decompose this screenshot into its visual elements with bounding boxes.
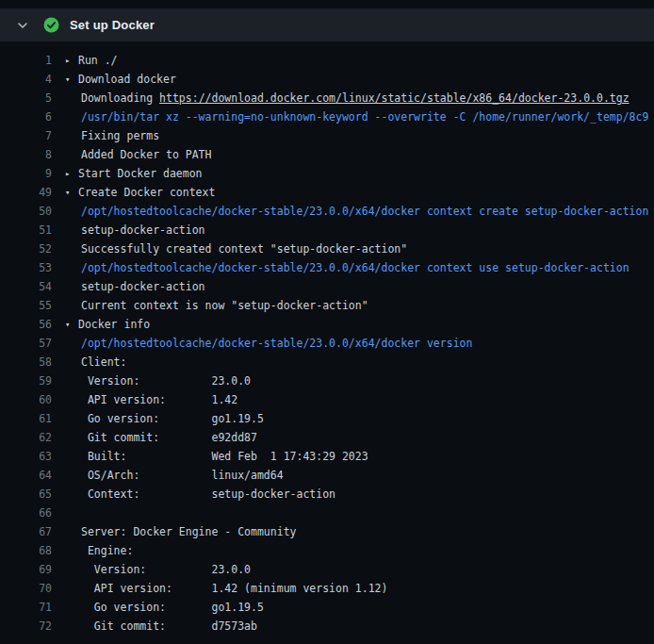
log-line[interactable]: 55Current context is now "setup-docker-a… (0, 296, 654, 315)
log-line[interactable]: 70 API version: 1.42 (minimum version 1.… (0, 579, 654, 598)
log-line[interactable]: 72 Git commit: d7573ab (0, 617, 654, 636)
log-line[interactable]: 68 Engine: (0, 541, 654, 560)
group-expanded-icon[interactable]: ▾ (65, 315, 78, 334)
log-line-number[interactable]: 65 (0, 485, 52, 504)
group-collapsed-icon[interactable]: ▸ (65, 164, 78, 183)
log-line[interactable]: 52Successfully created context "setup-do… (0, 239, 654, 258)
log-line[interactable]: 54setup-docker-action (0, 277, 654, 296)
step-header[interactable]: Set up Docker (0, 8, 654, 41)
group-title: Docker info (78, 318, 150, 331)
log-line-content: Successfully created context "setup-dock… (65, 239, 654, 258)
log-line-number[interactable]: 71 (0, 598, 52, 617)
log-line[interactable]: 69 Version: 23.0.0 (0, 560, 654, 579)
log-line[interactable]: 8Added Docker to PATH (0, 145, 654, 164)
log-line-content: Go version: go1.19.5 (65, 409, 654, 428)
log-line-content: Version: 23.0.0 (65, 372, 654, 390)
log-line-number[interactable]: 58 (0, 353, 52, 372)
log-line-content: OS/Arch: linux/amd64 (65, 466, 654, 485)
log-line-number[interactable]: 68 (0, 541, 52, 560)
log-line[interactable]: 63 Built: Wed Feb 1 17:43:29 2023 (0, 447, 654, 466)
log-line[interactable]: 6/usr/bin/tar xz --warning=no-unknown-ke… (0, 107, 654, 126)
log-line-number[interactable]: 55 (0, 296, 52, 315)
log-line-content[interactable]: ▾Create Docker context (65, 183, 654, 202)
log-line-number[interactable]: 63 (0, 447, 52, 466)
log-line-content[interactable]: ▸Start Docker daemon (65, 164, 654, 183)
log-line-content: setup-docker-action (65, 221, 654, 239)
log-line-number[interactable]: 69 (0, 560, 52, 579)
log-line-content: Built: Wed Feb 1 17:43:29 2023 (65, 447, 654, 466)
log-line-number[interactable]: 49 (0, 183, 52, 202)
log-line-number[interactable]: 64 (0, 466, 52, 485)
log-line-number[interactable]: 52 (0, 239, 52, 258)
log-line-number[interactable]: 54 (0, 277, 52, 296)
log-line-content: Client: (65, 353, 654, 372)
log-line[interactable]: 59 Version: 23.0.0 (0, 372, 654, 390)
log-line[interactable]: 71 Go version: go1.19.5 (0, 598, 654, 617)
log-line-number[interactable]: 60 (0, 390, 52, 409)
log-line-content: Context: setup-docker-action (65, 485, 654, 504)
log-line-number[interactable]: 8 (0, 145, 52, 164)
log-line[interactable]: 57/opt/hostedtoolcache/docker-stable/23.… (0, 334, 654, 353)
log-line[interactable]: 58Client: (0, 353, 654, 372)
log-line-number[interactable]: 1 (0, 51, 52, 70)
log-line-content: Git commit: e92dd87 (65, 428, 654, 447)
success-check-icon (43, 17, 59, 33)
log-line-content[interactable]: ▸Run ./ (65, 51, 654, 70)
log-line-number[interactable]: 5 (0, 89, 52, 107)
log-line-number[interactable]: 70 (0, 579, 52, 598)
log-line[interactable]: 1▸Run ./ (0, 51, 654, 70)
log-line[interactable]: 67Server: Docker Engine - Community (0, 522, 654, 541)
log-line[interactable]: 50/opt/hostedtoolcache/docker-stable/23.… (0, 202, 654, 221)
log-line-number[interactable]: 9 (0, 164, 52, 183)
log-line-content: /opt/hostedtoolcache/docker-stable/23.0.… (65, 202, 654, 221)
log-line[interactable]: 53/opt/hostedtoolcache/docker-stable/23.… (0, 258, 654, 277)
log-line-number[interactable]: 51 (0, 221, 52, 239)
log-line[interactable]: 49▾Create Docker context (0, 183, 654, 202)
log-line-number[interactable]: 59 (0, 372, 52, 390)
log-line-content: Version: 23.0.0 (65, 560, 654, 579)
log-line-number[interactable]: 53 (0, 258, 52, 277)
log-line-content: Git commit: d7573ab (65, 617, 654, 636)
log-line[interactable]: 56▾Docker info (0, 315, 654, 334)
log-line[interactable]: 65 Context: setup-docker-action (0, 485, 654, 504)
group-collapsed-icon[interactable]: ▸ (65, 51, 78, 70)
log-line-content: Added Docker to PATH (65, 145, 654, 164)
log-line-content: Fixing perms (65, 126, 654, 145)
log-line-number[interactable]: 66 (0, 504, 52, 522)
log-line-number[interactable]: 56 (0, 315, 52, 334)
log-line[interactable]: 9▸Start Docker daemon (0, 164, 654, 183)
log-line[interactable]: 62 Git commit: e92dd87 (0, 428, 654, 447)
log-line-content[interactable]: ▾Docker info (65, 315, 654, 334)
log-line-content: Engine: (65, 541, 654, 560)
log-line-number[interactable]: 50 (0, 202, 52, 221)
log-line-number[interactable]: 7 (0, 126, 52, 145)
step-title: Set up Docker (70, 18, 155, 32)
log-line[interactable]: 5Downloading https://download.docker.com… (0, 89, 654, 107)
chevron-down-icon[interactable] (15, 18, 30, 33)
group-expanded-icon[interactable]: ▾ (65, 183, 78, 202)
log-line-number[interactable]: 4 (0, 70, 52, 89)
log-line-content: Go version: go1.19.5 (65, 598, 654, 617)
log-line-number[interactable]: 67 (0, 522, 52, 541)
log-line-content[interactable]: ▾Download docker (65, 70, 654, 89)
log-line-number[interactable]: 57 (0, 334, 52, 353)
group-title: Download docker (78, 73, 176, 86)
log-line[interactable]: 61 Go version: go1.19.5 (0, 409, 654, 428)
log-line-number[interactable]: 72 (0, 617, 52, 636)
log-line[interactable]: 4▾Download docker (0, 70, 654, 89)
group-expanded-icon[interactable]: ▾ (65, 70, 78, 89)
download-url-link[interactable]: https://download.docker.com/linux/static… (159, 91, 629, 105)
log-line-content: /opt/hostedtoolcache/docker-stable/23.0.… (65, 334, 654, 353)
log-line[interactable]: 64 OS/Arch: linux/amd64 (0, 466, 654, 485)
log-line-number[interactable]: 62 (0, 428, 52, 447)
log-line[interactable]: 7Fixing perms (0, 126, 654, 145)
log-line-number[interactable]: 6 (0, 107, 52, 126)
log-line-content: Downloading https://download.docker.com/… (65, 89, 654, 107)
log-line[interactable]: 60 API version: 1.42 (0, 390, 654, 409)
log-line-content: Server: Docker Engine - Community (65, 522, 654, 541)
log-line-number[interactable]: 61 (0, 409, 52, 428)
log-line-content (65, 504, 654, 522)
group-title: Create Docker context (78, 186, 215, 199)
log-line[interactable]: 66 (0, 504, 654, 522)
log-line[interactable]: 51setup-docker-action (0, 221, 654, 239)
